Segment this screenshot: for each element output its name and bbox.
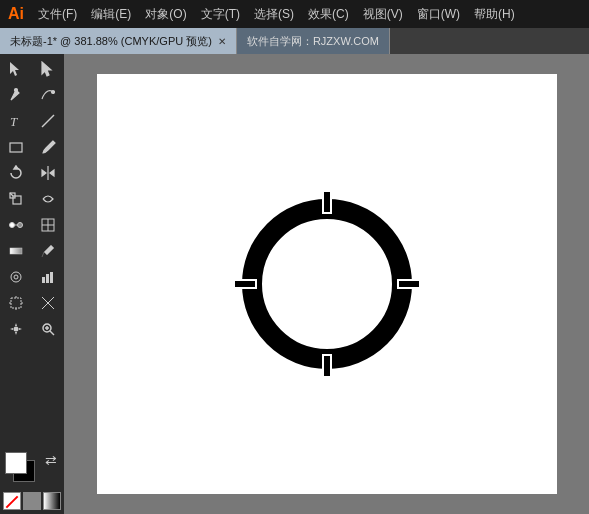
tab-label-0: 未标题-1* @ 381.88% (CMYK/GPU 预览) <box>10 34 212 49</box>
gradient-swatch[interactable] <box>43 492 61 510</box>
svg-rect-6 <box>10 143 22 152</box>
text-tool[interactable]: T <box>0 108 32 134</box>
color-area: ⇄ <box>0 446 65 514</box>
slice-tool[interactable] <box>32 290 64 316</box>
artboard-tool[interactable] <box>0 290 32 316</box>
tool-row-9 <box>0 264 64 290</box>
svg-point-22 <box>11 272 21 282</box>
svg-rect-47 <box>399 281 419 287</box>
freehand-tool[interactable] <box>32 82 64 108</box>
svg-point-34 <box>14 327 19 332</box>
tool-row-4 <box>0 134 64 160</box>
svg-point-39 <box>252 209 402 359</box>
pan-tool[interactable] <box>0 316 32 342</box>
svg-rect-43 <box>324 356 330 376</box>
tool-row-10 <box>0 290 64 316</box>
menu-item-t[interactable]: 文字(T) <box>195 4 246 25</box>
svg-marker-10 <box>50 170 54 176</box>
rect-tool[interactable] <box>0 134 32 160</box>
menu-item-s[interactable]: 选择(S) <box>248 4 300 25</box>
mesh-tool[interactable] <box>32 212 64 238</box>
svg-marker-1 <box>42 62 51 76</box>
svg-marker-7 <box>14 166 18 169</box>
selection-tool[interactable] <box>0 56 32 82</box>
svg-marker-0 <box>10 62 19 76</box>
rotate-tool[interactable] <box>0 160 32 186</box>
app-logo: Ai <box>8 5 24 23</box>
warp-tool[interactable] <box>32 186 64 212</box>
menu-item-h[interactable]: 帮助(H) <box>468 4 521 25</box>
svg-line-5 <box>42 115 54 127</box>
svg-point-23 <box>14 275 18 279</box>
column-graph-tool[interactable] <box>32 264 64 290</box>
svg-point-15 <box>18 223 23 228</box>
fill-swatch[interactable] <box>5 452 27 474</box>
tool-row-5 <box>0 160 64 186</box>
svg-rect-25 <box>46 274 49 283</box>
tool-row-3: T <box>0 108 64 134</box>
pen-tool[interactable] <box>0 82 32 108</box>
menu-item-v[interactable]: 视图(V) <box>357 4 409 25</box>
direct-selection-tool[interactable] <box>32 56 64 82</box>
tool-row-8 <box>0 238 64 264</box>
tool-row-1 <box>0 56 64 82</box>
main-area: T <box>0 54 589 514</box>
paintbrush-tool[interactable] <box>32 134 64 160</box>
fill-stroke-row: ⇄ <box>3 450 61 488</box>
swap-fill-stroke-icon[interactable]: ⇄ <box>45 452 57 488</box>
menu-bar: 文件(F)编辑(E)对象(O)文字(T)选择(S)效果(C)视图(V)窗口(W)… <box>32 4 521 25</box>
svg-rect-45 <box>235 281 255 287</box>
svg-rect-41 <box>324 192 330 212</box>
svg-text:T: T <box>10 114 18 129</box>
zoom-tool[interactable] <box>32 316 64 342</box>
svg-rect-24 <box>42 277 45 283</box>
svg-point-2 <box>15 89 18 92</box>
menu-item-c[interactable]: 效果(C) <box>302 4 355 25</box>
svg-rect-27 <box>11 298 21 308</box>
svg-marker-9 <box>42 170 46 176</box>
symbol-tool[interactable] <box>0 264 32 290</box>
canvas-paper <box>97 74 557 494</box>
svg-line-36 <box>50 331 54 335</box>
svg-line-21 <box>42 252 44 257</box>
line-tool[interactable] <box>32 108 64 134</box>
tab-1[interactable]: 软件自学网：RJZXW.COM <box>237 28 390 54</box>
svg-rect-26 <box>50 272 53 283</box>
none-swatch[interactable] <box>3 492 21 510</box>
svg-point-3 <box>52 91 55 94</box>
svg-rect-11 <box>13 196 21 204</box>
reflect-tool[interactable] <box>32 160 64 186</box>
tab-close-0[interactable]: ✕ <box>218 36 226 47</box>
canvas-area <box>64 54 589 514</box>
svg-point-14 <box>10 223 15 228</box>
title-bar: Ai 文件(F)编辑(E)对象(O)文字(T)选择(S)效果(C)视图(V)窗口… <box>0 0 589 28</box>
blend-tool[interactable] <box>0 212 32 238</box>
menu-item-e[interactable]: 编辑(E) <box>85 4 137 25</box>
scale-tool[interactable] <box>0 186 32 212</box>
menu-item-w[interactable]: 窗口(W) <box>411 4 466 25</box>
tab-label-1: 软件自学网：RJZXW.COM <box>247 34 379 49</box>
tool-row-7 <box>0 212 64 238</box>
menu-item-o[interactable]: 对象(O) <box>139 4 192 25</box>
menu-item-f[interactable]: 文件(F) <box>32 4 83 25</box>
tab-bar: 未标题-1* @ 381.88% (CMYK/GPU 预览) ✕软件自学网：RJ… <box>0 28 589 54</box>
svg-rect-20 <box>10 248 22 254</box>
crosshair-circle-icon <box>227 184 427 384</box>
tab-0[interactable]: 未标题-1* @ 381.88% (CMYK/GPU 预览) ✕ <box>0 28 237 54</box>
tool-row-6 <box>0 186 64 212</box>
eyedropper-tool[interactable] <box>32 238 64 264</box>
tool-row-11 <box>0 316 64 342</box>
gradient-tool[interactable] <box>0 238 32 264</box>
toolbar: T <box>0 54 64 514</box>
tool-row-2 <box>0 82 64 108</box>
solid-color-swatch[interactable] <box>23 492 41 510</box>
